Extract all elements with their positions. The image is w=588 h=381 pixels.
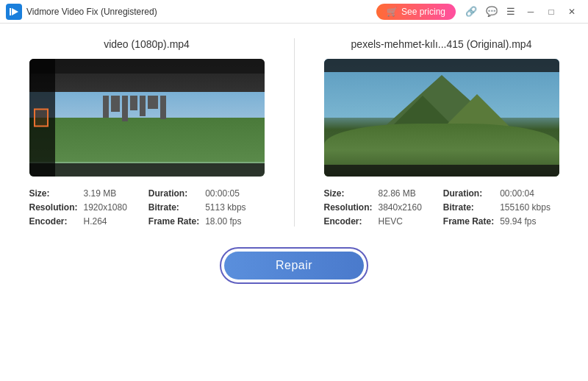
right-bitrate-value: 155160 kbps — [500, 202, 559, 213]
app-logo — [6, 4, 22, 20]
left-encoder-value: H.264 — [84, 216, 143, 227]
cart-icon: 🛒 — [387, 7, 398, 17]
right-resolution-label: Resolution: — [324, 202, 373, 213]
videos-row: video (1080p).mp4 — [22, 38, 566, 227]
left-video-meta: Size: 3.19 MB Duration: 00:00:05 Resolut… — [29, 188, 265, 227]
right-size-value: 82.86 MB — [379, 188, 437, 199]
repair-section: Repair — [220, 247, 368, 284]
left-size-value: 3.19 MB — [84, 188, 143, 199]
repair-button-wrapper: Repair — [220, 247, 368, 284]
left-video-panel: video (1080p).mp4 — [29, 38, 265, 227]
left-resolution-value: 1920x1080 — [84, 202, 143, 213]
left-bitrate-value: 5113 kbps — [205, 202, 264, 213]
title-bar: Vidmore Video Fix (Unregistered) 🛒 See p… — [0, 0, 588, 24]
svg-rect-2 — [10, 8, 11, 15]
window-controls: ─ □ ✕ — [520, 4, 582, 20]
see-pricing-label: See pricing — [401, 7, 445, 17]
see-pricing-button[interactable]: 🛒 See pricing — [376, 4, 456, 20]
right-framerate-label: Frame Rate: — [443, 216, 494, 227]
left-encoder-label: Encoder: — [29, 216, 78, 227]
right-video-thumbnail — [324, 59, 559, 177]
repair-button[interactable]: Repair — [224, 252, 364, 279]
right-video-panel: pexels-mehmet-kılı...415 (Original).mp4 … — [324, 38, 559, 227]
right-framerate-value: 59.94 fps — [500, 216, 559, 227]
panel-divider — [294, 38, 295, 227]
left-bitrate-label: Bitrate: — [148, 202, 199, 213]
left-size-label: Size: — [29, 188, 78, 199]
main-content: video (1080p).mp4 — [0, 24, 588, 381]
right-resolution-value: 3840x2160 — [379, 202, 437, 213]
minimize-button[interactable]: ─ — [520, 4, 541, 20]
right-size-label: Size: — [324, 188, 373, 199]
right-duration-label: Duration: — [443, 188, 494, 199]
left-video-title: video (1080p).mp4 — [104, 38, 190, 50]
app-title: Vidmore Video Fix (Unregistered) — [26, 7, 376, 17]
right-video-title: pexels-mehmet-kılı...415 (Original).mp4 — [351, 38, 532, 50]
left-framerate-value: 18.00 fps — [205, 216, 264, 227]
menu-icon[interactable]: ☰ — [504, 4, 517, 18]
right-bitrate-label: Bitrate: — [443, 202, 494, 213]
right-video-meta: Size: 82.86 MB Duration: 00:00:04 Resolu… — [324, 188, 559, 227]
right-duration-value: 00:00:04 — [500, 188, 559, 199]
left-framerate-label: Frame Rate: — [148, 216, 199, 227]
right-encoder-label: Encoder: — [324, 216, 373, 227]
title-bar-actions: 🔗 💬 ☰ — [463, 4, 517, 18]
maximize-button[interactable]: □ — [541, 4, 562, 20]
chat-icon[interactable]: 💬 — [484, 4, 500, 18]
left-resolution-label: Resolution: — [29, 202, 78, 213]
link-icon[interactable]: 🔗 — [463, 4, 479, 18]
close-button[interactable]: ✕ — [562, 4, 582, 20]
left-video-thumbnail — [29, 59, 265, 177]
left-duration-label: Duration: — [148, 188, 199, 199]
left-duration-value: 00:00:05 — [205, 188, 264, 199]
right-encoder-value: HEVC — [379, 216, 437, 227]
